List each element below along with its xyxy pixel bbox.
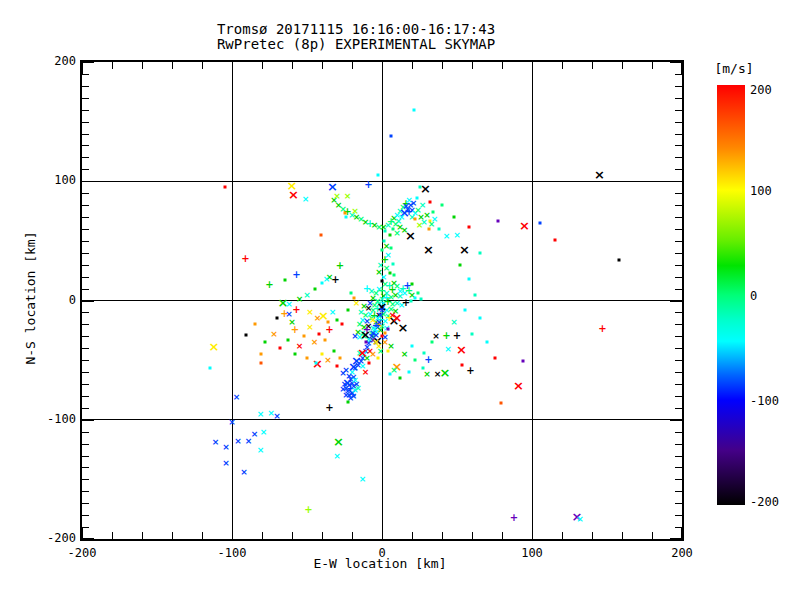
grid-line [82, 181, 682, 182]
axis-tick [82, 74, 89, 75]
scatter-point: × [459, 243, 470, 256]
axis-tick [82, 396, 89, 397]
scatter-point [306, 356, 309, 359]
axis-tick [142, 532, 143, 539]
axis-tick [82, 491, 89, 492]
axis-tick [262, 532, 263, 539]
scatter-point: + [304, 505, 312, 515]
colorbar-tick-label: 100 [750, 184, 794, 198]
axis-tick [442, 532, 443, 539]
axis-tick [675, 98, 682, 99]
scatter-point [345, 216, 348, 219]
axis-tick [670, 420, 682, 421]
axis-tick [675, 336, 682, 337]
scatter-point: × [519, 219, 530, 232]
axis-tick [532, 62, 533, 74]
scatter-point: + [336, 261, 344, 271]
axis-tick [382, 62, 383, 74]
axis-tick [82, 157, 89, 158]
scatter-point: × [288, 317, 296, 326]
scatter-point [244, 334, 247, 337]
scatter-point: × [302, 195, 310, 204]
axis-tick [675, 396, 682, 397]
scatter-point [333, 349, 336, 352]
scatter-point: × [576, 514, 584, 523]
scatter-point: + [466, 366, 474, 376]
scatter-point [499, 402, 502, 405]
axis-tick [675, 527, 682, 528]
axis-tick [82, 527, 89, 528]
axis-tick [675, 503, 682, 504]
scatter-point [418, 186, 421, 189]
axis-tick [82, 98, 89, 99]
scatter-point: × [375, 267, 383, 276]
scatter-point [303, 335, 306, 338]
axis-tick [675, 145, 682, 146]
axis-tick [675, 384, 682, 385]
scatter-point: × [257, 409, 265, 418]
axis-tick [82, 348, 89, 349]
scatter-point: × [228, 418, 236, 427]
scatter-point: × [443, 232, 451, 241]
axis-tick [82, 241, 89, 242]
scatter-point [315, 361, 318, 364]
axis-tick [670, 538, 682, 539]
axis-tick [622, 62, 623, 69]
scatter-point [522, 360, 525, 363]
axis-tick [675, 515, 682, 516]
scatter-point [367, 361, 370, 364]
scatter-point: × [234, 437, 242, 446]
scatter-point [321, 353, 324, 356]
axis-tick [472, 62, 473, 69]
scatter-point [276, 317, 279, 320]
axis-tick [82, 181, 94, 182]
scatter-point [327, 320, 330, 323]
axis-tick [82, 384, 89, 385]
scatter-point: × [344, 191, 352, 200]
scatter-point: × [245, 437, 253, 446]
scatter-point: × [351, 207, 359, 216]
scatter-point: × [311, 338, 319, 347]
scatter-point: × [362, 368, 370, 377]
axis-tick [82, 289, 89, 290]
axis-tick [322, 62, 323, 69]
axis-tick [82, 193, 89, 194]
scatter-point [384, 230, 387, 233]
scatter-point [286, 338, 289, 341]
axis-tick [675, 241, 682, 242]
axis-tick [652, 62, 653, 69]
scatter-point [412, 108, 415, 111]
axis-tick [82, 324, 89, 325]
axis-tick [675, 265, 682, 266]
y-tick-label: 100 [28, 173, 76, 187]
scatter-point: × [513, 379, 524, 392]
scatter-point [388, 272, 391, 275]
axis-tick [532, 527, 533, 539]
axis-tick [442, 62, 443, 69]
scatter-point: × [444, 345, 452, 354]
axis-tick [82, 229, 89, 230]
scatter-point [411, 282, 414, 285]
axis-tick [82, 122, 89, 123]
scatter-point [223, 186, 226, 189]
scatter-point [471, 332, 474, 335]
axis-tick [112, 532, 113, 539]
axis-tick [675, 324, 682, 325]
axis-tick [82, 62, 83, 74]
axis-tick [670, 301, 682, 302]
axis-tick [675, 229, 682, 230]
scatter-point: × [401, 226, 409, 235]
scatter-point [294, 353, 297, 356]
scatter-point [429, 200, 432, 203]
scatter-point [253, 323, 256, 326]
scatter-point: × [450, 317, 458, 326]
axis-tick [82, 277, 89, 278]
axis-tick [382, 527, 383, 539]
scatter-point [432, 211, 435, 214]
axis-tick [232, 62, 233, 74]
scatter-point: + [241, 254, 249, 264]
axis-tick [202, 62, 203, 69]
y-tick-label: 200 [28, 54, 76, 68]
axis-tick [412, 62, 413, 69]
scatter-point: × [456, 343, 467, 356]
